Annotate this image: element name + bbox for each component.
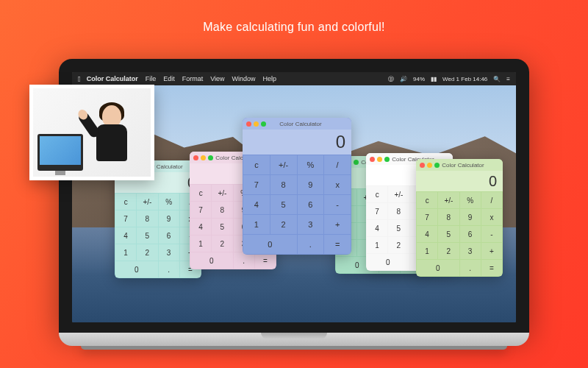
calc-button-n7[interactable]: 7 xyxy=(190,202,211,218)
window-titlebar[interactable]: Color Calculator xyxy=(416,159,503,171)
calc-button-n4[interactable]: 4 xyxy=(190,219,211,235)
calc-button-sign[interactable]: +/- xyxy=(137,194,157,210)
calc-button-n6[interactable]: 6 xyxy=(298,195,324,214)
calc-button-n8[interactable]: 8 xyxy=(438,209,459,225)
calc-button-decimal[interactable]: . xyxy=(460,260,481,276)
calc-button-n5[interactable]: 5 xyxy=(438,226,459,242)
clock[interactable]: Wed 1 Feb 14:46 xyxy=(442,76,487,82)
spotlight-icon[interactable]: 🔍 xyxy=(493,76,501,82)
calc-button-n1[interactable]: 1 xyxy=(115,244,136,261)
calculator-window-blue[interactable]: Color Calculator0c+/-%/789x456-123+0.= xyxy=(243,118,351,255)
apple-menu-icon[interactable]:  xyxy=(78,75,81,83)
calc-button-n5[interactable]: 5 xyxy=(388,220,409,236)
volume-icon[interactable]: 🔊 xyxy=(400,76,407,82)
calc-button-n9[interactable]: 9 xyxy=(460,209,481,225)
calc-button-n5[interactable]: 5 xyxy=(212,219,232,235)
battery-percent: 94% xyxy=(413,76,425,82)
calc-button-decimal[interactable]: . xyxy=(234,252,254,269)
calc-button-n5[interactable]: 5 xyxy=(270,195,297,214)
calc-button-clear[interactable]: c xyxy=(367,186,387,202)
calc-button-n8[interactable]: 8 xyxy=(270,175,297,194)
calc-button-sign[interactable]: +/- xyxy=(438,192,459,208)
calc-display: 0 xyxy=(243,130,351,155)
calc-button-plus[interactable]: + xyxy=(324,215,351,234)
window-title: Color Calculator xyxy=(427,162,499,169)
calc-button-n0[interactable]: 0 xyxy=(115,261,158,277)
calc-button-n9[interactable]: 9 xyxy=(298,175,324,194)
calc-button-n7[interactable]: 7 xyxy=(367,203,387,219)
calc-button-n8[interactable]: 8 xyxy=(212,202,232,218)
calc-button-n4[interactable]: 4 xyxy=(417,226,437,242)
calc-button-n8[interactable]: 8 xyxy=(388,203,409,219)
menubar-app-name[interactable]: Color Calculator xyxy=(87,75,138,82)
battery-icon[interactable]: ▮▮ xyxy=(431,76,437,82)
menu-view[interactable]: View xyxy=(210,75,224,82)
calculator-window-green[interactable]: Color Calculator0c+/-%/789x456-123+0.= xyxy=(416,159,503,277)
celebrating-person xyxy=(86,99,137,177)
window-titlebar[interactable]: Color Calculator xyxy=(243,118,351,130)
menu-format[interactable]: Format xyxy=(182,75,204,82)
close-icon[interactable] xyxy=(246,121,251,127)
calc-button-sign[interactable]: +/- xyxy=(388,186,409,202)
close-icon[interactable] xyxy=(420,163,425,168)
calc-button-n0[interactable]: 0 xyxy=(367,254,409,270)
calc-button-multiply[interactable]: x xyxy=(481,209,502,225)
calc-button-plus[interactable]: + xyxy=(481,243,502,259)
calc-button-divide[interactable]: / xyxy=(324,155,351,174)
calc-button-n0[interactable]: 0 xyxy=(417,260,459,276)
calc-button-n3[interactable]: 3 xyxy=(460,243,481,259)
calc-button-n2[interactable]: 2 xyxy=(212,236,232,252)
calc-button-clear[interactable]: c xyxy=(115,194,136,210)
calc-button-minus[interactable]: - xyxy=(324,195,351,214)
calc-button-n6[interactable]: 6 xyxy=(460,226,481,242)
calc-button-decimal[interactable]: . xyxy=(159,261,179,277)
calc-button-n7[interactable]: 7 xyxy=(417,209,437,225)
calc-button-n2[interactable]: 2 xyxy=(137,244,157,261)
calc-button-equals[interactable]: = xyxy=(324,235,351,254)
calc-button-minus[interactable]: - xyxy=(481,226,502,242)
calc-button-n1[interactable]: 1 xyxy=(367,237,387,253)
calc-button-n2[interactable]: 2 xyxy=(388,237,409,253)
calc-button-equals[interactable]: = xyxy=(255,252,276,269)
calc-button-divide[interactable]: / xyxy=(481,192,502,208)
close-icon[interactable] xyxy=(370,157,375,162)
calc-button-n9[interactable]: 9 xyxy=(159,210,179,227)
calc-button-n1[interactable]: 1 xyxy=(243,215,270,234)
notifications-icon[interactable]: ≡ xyxy=(506,76,510,82)
calc-button-n4[interactable]: 4 xyxy=(243,195,270,214)
calc-button-n1[interactable]: 1 xyxy=(190,236,211,252)
calc-button-clear[interactable]: c xyxy=(417,192,437,208)
calc-button-n3[interactable]: 3 xyxy=(159,244,179,261)
macbook-base xyxy=(81,346,507,350)
bluetooth-icon[interactable]: Ⓑ xyxy=(388,75,394,83)
imac-icon xyxy=(37,134,83,171)
calc-button-n0[interactable]: 0 xyxy=(190,252,233,269)
calc-button-n0[interactable]: 0 xyxy=(243,235,297,254)
calc-button-decimal[interactable]: . xyxy=(298,235,324,254)
calc-button-n2[interactable]: 2 xyxy=(438,243,459,259)
calc-button-percent[interactable]: % xyxy=(298,155,324,174)
calc-button-multiply[interactable]: x xyxy=(324,175,351,194)
menu-help[interactable]: Help xyxy=(263,75,277,82)
calc-button-n4[interactable]: 4 xyxy=(367,220,387,236)
calc-button-n4[interactable]: 4 xyxy=(115,227,136,244)
calc-button-sign[interactable]: +/- xyxy=(212,185,232,201)
menu-window[interactable]: Window xyxy=(232,75,256,82)
calc-button-n2[interactable]: 2 xyxy=(270,215,297,234)
menu-edit[interactable]: Edit xyxy=(163,75,175,82)
calc-button-clear[interactable]: c xyxy=(243,155,270,174)
calc-button-equals[interactable]: = xyxy=(481,260,502,276)
calc-button-percent[interactable]: % xyxy=(460,192,481,208)
calc-button-clear[interactable]: c xyxy=(190,185,211,201)
calc-button-percent[interactable]: % xyxy=(159,194,179,210)
calc-button-n5[interactable]: 5 xyxy=(137,227,157,244)
calc-button-n3[interactable]: 3 xyxy=(298,215,324,234)
close-icon[interactable] xyxy=(193,155,198,160)
calc-button-n7[interactable]: 7 xyxy=(115,210,136,227)
calc-button-n7[interactable]: 7 xyxy=(243,175,270,194)
calc-button-sign[interactable]: +/- xyxy=(270,155,297,174)
calc-button-n8[interactable]: 8 xyxy=(137,210,157,227)
menu-file[interactable]: File xyxy=(146,75,157,82)
calc-button-n1[interactable]: 1 xyxy=(417,243,437,259)
calc-button-n6[interactable]: 6 xyxy=(159,227,179,244)
